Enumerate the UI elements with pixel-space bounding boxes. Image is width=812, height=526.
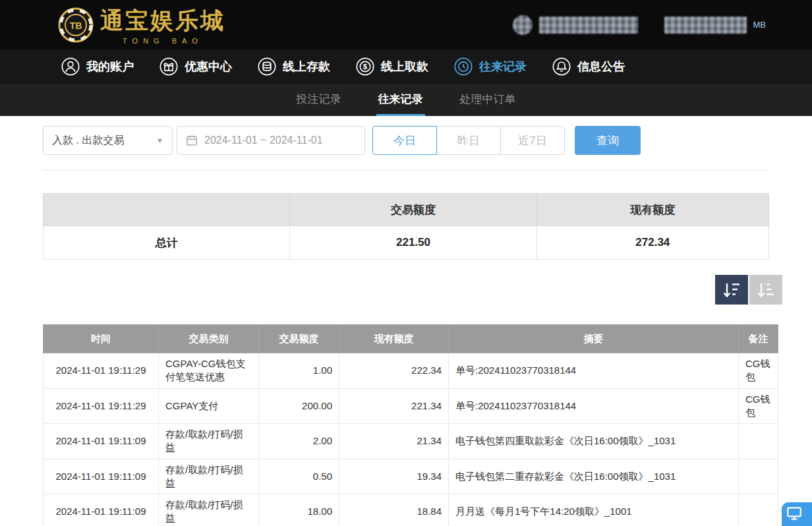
cell-time: 2024-11-01 19:11:09: [44, 494, 159, 526]
summary-balance-total: 272.34: [536, 226, 768, 260]
cell-time: 2024-11-01 19:11:29: [44, 388, 159, 424]
tab-bet-records[interactable]: 投注记录: [295, 84, 343, 116]
header-balance: 现有额度: [339, 325, 449, 353]
cell-note: [739, 424, 778, 459]
nav-item-label: 信息公告: [577, 59, 625, 74]
cell-balance: 222.34: [339, 353, 449, 389]
nav-item-promotions[interactable]: 优惠中心: [159, 57, 232, 76]
bell-icon: [552, 57, 571, 76]
user-icon: [61, 57, 80, 76]
cell-type: 存款/取款/打码/损益: [159, 459, 259, 494]
blurred-username: [539, 16, 638, 34]
poker-chip-icon: TB: [58, 7, 94, 43]
blurred-balance: [664, 16, 747, 34]
table-header-row: 时间 交易类别 交易额度 现有额度 摘要 备注: [44, 325, 778, 353]
cell-type: CGPAY支付: [159, 388, 259, 424]
logo[interactable]: TB 通宝娱乐城 TONG BAO: [58, 5, 225, 45]
cell-time: 2024-11-01 19:11:29: [44, 353, 159, 389]
nav-item-online-deposit[interactable]: 线上存款: [257, 57, 330, 76]
gift-icon: [159, 57, 179, 76]
sort-descending-icon: [722, 281, 741, 299]
cell-summary: 电子钱包第二重存款彩金《次日16:00领取》_1031: [449, 459, 739, 494]
summary-row-label: 总计: [44, 226, 290, 260]
cell-note: CG钱包: [739, 353, 778, 389]
select-value: 入款 . 出款交易: [52, 134, 124, 148]
cell-amount: 0.50: [259, 459, 339, 494]
sort-controls: [30, 275, 782, 305]
filter-row: 入款 . 出款交易 ▼ 2024-11-01 ~ 2024-11-01 今日 昨…: [43, 126, 769, 155]
summary-header-empty: [44, 194, 290, 226]
cell-balance: 19.34: [339, 459, 449, 494]
cell-amount: 18.00: [259, 494, 339, 526]
summary-header-row: 交易额度 现有额度: [44, 194, 769, 226]
sort-ascending-icon: [756, 281, 776, 299]
nav-item-label: 往来记录: [479, 59, 527, 74]
cell-type: 存款/取款/打码/损益: [159, 494, 259, 526]
tab-label: 投注记录: [297, 92, 341, 107]
cell-note: [739, 459, 778, 494]
logo-subtitle: TONG BAO: [123, 37, 203, 45]
header-note: 备注: [739, 325, 778, 353]
transaction-type-select[interactable]: 入款 . 出款交易 ▼: [43, 126, 173, 155]
tab-transaction-records[interactable]: 往来记录: [376, 84, 425, 116]
today-button[interactable]: 今日: [372, 126, 437, 155]
date-range-value: 2024-11-01 ~ 2024-11-01: [204, 134, 323, 146]
cell-balance: 21.34: [339, 424, 449, 459]
header-time: 时间: [44, 325, 159, 353]
table-row: 2024-11-01 19:11:29 CGPAY-CG钱包支付笔笔送优惠 1.…: [44, 353, 778, 389]
date-range-input[interactable]: 2024-11-01 ~ 2024-11-01: [177, 126, 365, 155]
user-area: MB: [513, 15, 767, 35]
chevron-down-icon: ▼: [156, 136, 163, 144]
last7days-button[interactable]: 近7日: [500, 126, 565, 155]
header-summary: 摘要: [449, 325, 739, 353]
yesterday-label: 昨日: [457, 133, 480, 148]
chip-label: TB: [70, 20, 82, 31]
svg-text:$: $: [363, 63, 368, 71]
nav-item-my-account[interactable]: 我的账户: [61, 57, 134, 76]
tab-label: 处理中订单: [460, 92, 516, 107]
cell-balance: 221.34: [339, 388, 449, 424]
monitor-icon: [786, 505, 803, 522]
logo-text: 通宝娱乐城 TONG BAO: [100, 5, 225, 45]
logo-title: 通宝娱乐城: [100, 5, 225, 36]
table-row: 2024-11-01 19:11:09 存款/取款/打码/损益 0.50 19.…: [44, 459, 778, 494]
blurred-avatar: [513, 15, 533, 35]
cell-summary: 电子钱包第四重取款彩金《次日16:00领取》_1031: [449, 424, 739, 459]
cell-note: [739, 494, 778, 526]
deposit-coins-icon: [257, 57, 277, 76]
records-history-icon: [453, 57, 473, 76]
nav-item-online-withdrawal[interactable]: $ 线上取款: [355, 57, 428, 76]
cell-type: CGPAY-CG钱包支付笔笔送优惠: [159, 353, 259, 389]
header-amount: 交易额度: [259, 325, 339, 353]
cell-amount: 2.00: [259, 424, 339, 459]
currency-label: MB: [753, 20, 767, 30]
nav-item-label: 我的账户: [86, 59, 134, 74]
cell-summary: 单号:202411023770318144: [449, 353, 739, 389]
transactions-table: 时间 交易类别 交易额度 现有额度 摘要 备注 2024-11-01 19:11…: [43, 324, 778, 526]
customer-service-widget[interactable]: [782, 502, 812, 526]
cell-balance: 18.84: [339, 494, 449, 526]
calendar-icon: [185, 134, 198, 147]
last7days-label: 近7日: [518, 133, 546, 148]
table-row: 2024-11-01 19:11:09 存款/取款/打码/损益 18.00 18…: [44, 494, 778, 526]
search-button[interactable]: 查询: [575, 126, 641, 155]
yesterday-button[interactable]: 昨日: [436, 126, 501, 155]
cell-amount: 1.00: [259, 353, 339, 389]
tab-processing-orders[interactable]: 处理中订单: [458, 84, 518, 116]
header-type: 交易类别: [159, 325, 259, 353]
nav-item-label: 线上存款: [283, 59, 330, 74]
nav-item-transaction-records[interactable]: 往来记录: [453, 57, 527, 76]
summary-header-transaction: 交易额度: [290, 194, 536, 226]
sort-descending-button[interactable]: [715, 275, 748, 305]
cell-time: 2024-11-01 19:11:09: [44, 459, 159, 494]
table-row: 2024-11-01 19:11:29 CGPAY支付 200.00 221.3…: [44, 388, 778, 424]
sort-ascending-button[interactable]: [749, 275, 782, 305]
top-header: TB 通宝娱乐城 TONG BAO MB: [0, 0, 812, 49]
nav-item-label: 线上取款: [381, 59, 428, 74]
today-label: 今日: [393, 133, 416, 148]
table-row: 2024-11-01 19:11:09 存款/取款/打码/损益 2.00 21.…: [44, 424, 778, 459]
summary-transaction-total: 221.50: [290, 226, 536, 260]
cell-note: CG钱包: [739, 388, 778, 424]
nav-item-announcements[interactable]: 信息公告: [552, 57, 625, 76]
cell-time: 2024-11-01 19:11:09: [44, 424, 159, 459]
